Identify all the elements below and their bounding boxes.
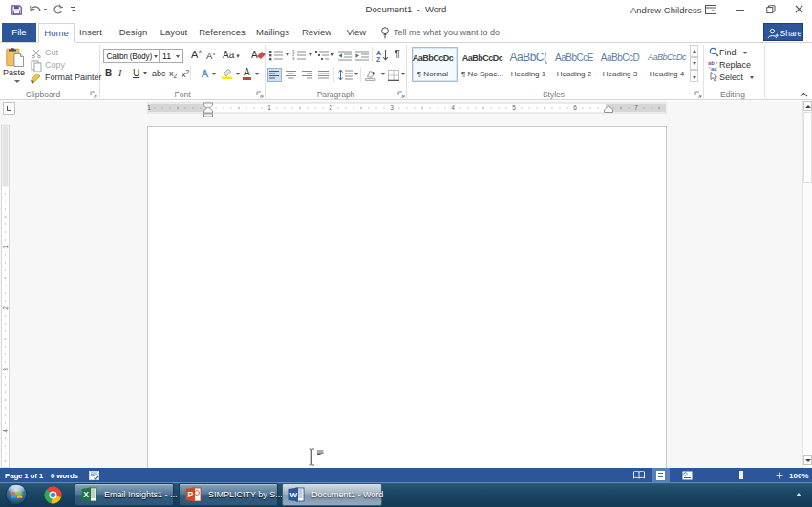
svg-text:5: 5: [512, 104, 516, 111]
svg-text:P: P: [188, 490, 194, 499]
svg-text:1: 1: [2, 245, 9, 249]
svg-text:1: 1: [267, 104, 271, 111]
svg-text:ac: ac: [711, 66, 717, 72]
svg-text:W: W: [290, 491, 298, 499]
svg-text:A: A: [376, 50, 381, 56]
svg-text:Z: Z: [376, 56, 381, 63]
svg-text:4: 4: [2, 429, 9, 433]
svg-text:7: 7: [634, 104, 638, 111]
svg-text:3: 3: [292, 56, 295, 61]
svg-text:4: 4: [451, 104, 455, 111]
svg-text:2: 2: [2, 306, 9, 310]
svg-text:3: 3: [390, 104, 394, 111]
svg-text:X: X: [83, 490, 89, 499]
svg-text:6: 6: [573, 104, 577, 111]
svg-text:2: 2: [329, 104, 332, 111]
svg-text:3: 3: [2, 368, 9, 371]
svg-text:1: 1: [147, 104, 151, 111]
